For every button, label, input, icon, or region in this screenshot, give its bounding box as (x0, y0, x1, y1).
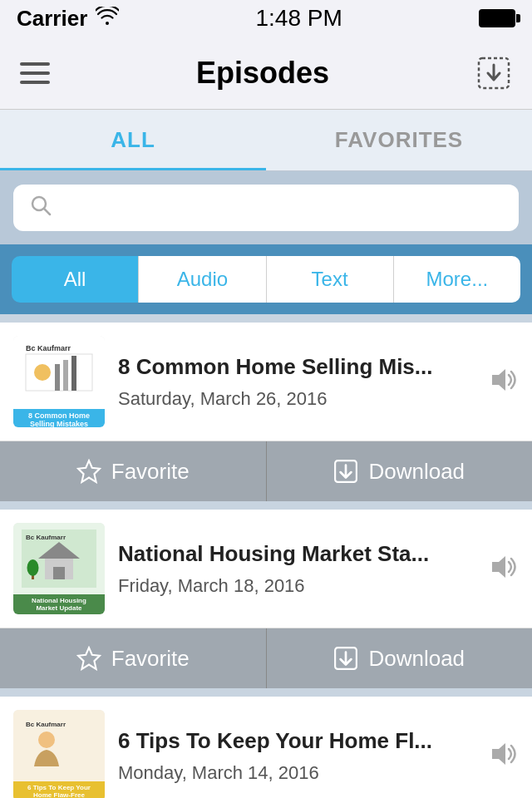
svg-rect-17 (53, 567, 65, 579)
carrier-label: Carrier (17, 6, 87, 32)
episode-date: Saturday, March 26, 2016 (118, 388, 475, 410)
episode-title: National Housing Market Sta... (118, 540, 475, 569)
hamburger-menu-button[interactable] (20, 62, 50, 84)
svg-point-25 (38, 732, 55, 748)
filter-row: All Audio Text More... (0, 244, 532, 314)
speaker-icon (489, 739, 519, 772)
episode-thumbnail: Bc Kaufmarr National HousingMarket Updat… (13, 523, 105, 614)
svg-rect-7 (55, 364, 60, 391)
page-title: Episodes (196, 56, 329, 91)
episode-thumbnail: Bc Kaufmarr 8 Common HomeSelling Mistake… (13, 336, 105, 427)
svg-marker-11 (78, 461, 100, 482)
time-display: 1:48 PM (256, 5, 342, 32)
filter-text-button[interactable]: Text (267, 256, 394, 303)
svg-rect-9 (71, 356, 76, 391)
filter-audio-button[interactable]: Audio (139, 256, 266, 303)
filter-more-button[interactable]: More... (394, 256, 520, 303)
svg-point-19 (27, 559, 39, 576)
battery-icon (479, 9, 515, 27)
episode-card: Bc Kaufmarr 6 Tips To Keep YourHome Flaw… (0, 697, 532, 798)
svg-marker-20 (492, 556, 505, 578)
svg-rect-8 (63, 360, 68, 391)
episode-date: Monday, March 14, 2016 (118, 762, 475, 784)
episode-top: Bc Kaufmarr 8 Common HomeSelling Mistake… (0, 323, 532, 441)
episode-info: 6 Tips To Keep Your Home Fl... Monday, M… (118, 727, 475, 784)
svg-marker-10 (492, 369, 505, 391)
svg-text:Bc Kaufmarr: Bc Kaufmarr (26, 344, 71, 352)
svg-line-2 (44, 209, 50, 214)
tabs-row: ALL FAVORITES (0, 110, 532, 171)
search-icon (30, 195, 52, 222)
episode-info: 8 Common Home Selling Mis... Saturday, M… (118, 353, 475, 410)
episode-title: 6 Tips To Keep Your Home Fl... (118, 727, 475, 756)
search-bar (13, 185, 519, 231)
filter-all-button[interactable]: All (12, 256, 139, 303)
episode-top: Bc Kaufmarr 6 Tips To Keep YourHome Flaw… (0, 697, 532, 798)
favorite-button[interactable]: Favorite (0, 628, 267, 688)
episode-thumbnail: Bc Kaufmarr 6 Tips To Keep YourHome Flaw… (13, 710, 105, 798)
download-button[interactable]: Download (267, 628, 533, 688)
episode-card: Bc Kaufmarr National HousingMarket Updat… (0, 510, 532, 688)
favorite-button[interactable]: Favorite (0, 441, 267, 501)
svg-text:Bc Kaufmarr: Bc Kaufmarr (26, 534, 66, 541)
tab-all[interactable]: ALL (0, 110, 266, 170)
episode-title: 8 Common Home Selling Mis... (118, 353, 475, 382)
episode-top: Bc Kaufmarr National HousingMarket Updat… (0, 510, 532, 628)
tab-favorites[interactable]: FAVORITES (266, 110, 532, 170)
action-row: Favorite Download (0, 628, 532, 688)
episode-info: National Housing Market Sta... Friday, M… (118, 540, 475, 597)
speaker-icon (489, 365, 519, 398)
search-container (0, 171, 532, 244)
speaker-icon (489, 552, 519, 585)
search-input[interactable] (62, 195, 502, 221)
wifi-icon (96, 7, 119, 30)
svg-marker-21 (78, 648, 100, 669)
svg-marker-26 (492, 743, 505, 765)
download-all-button[interactable] (475, 55, 512, 91)
nav-bar: Episodes (0, 37, 532, 110)
status-bar: Carrier 1:48 PM (0, 0, 532, 37)
svg-point-6 (34, 364, 51, 381)
episode-card: Bc Kaufmarr 8 Common HomeSelling Mistake… (0, 323, 532, 501)
action-row: Favorite Download (0, 441, 532, 501)
status-left: Carrier (17, 6, 119, 32)
episodes-list: Bc Kaufmarr 8 Common HomeSelling Mistake… (0, 314, 532, 798)
episode-date: Friday, March 18, 2016 (118, 575, 475, 597)
svg-text:Bc Kaufmarr: Bc Kaufmarr (26, 721, 66, 728)
download-button[interactable]: Download (267, 441, 533, 501)
